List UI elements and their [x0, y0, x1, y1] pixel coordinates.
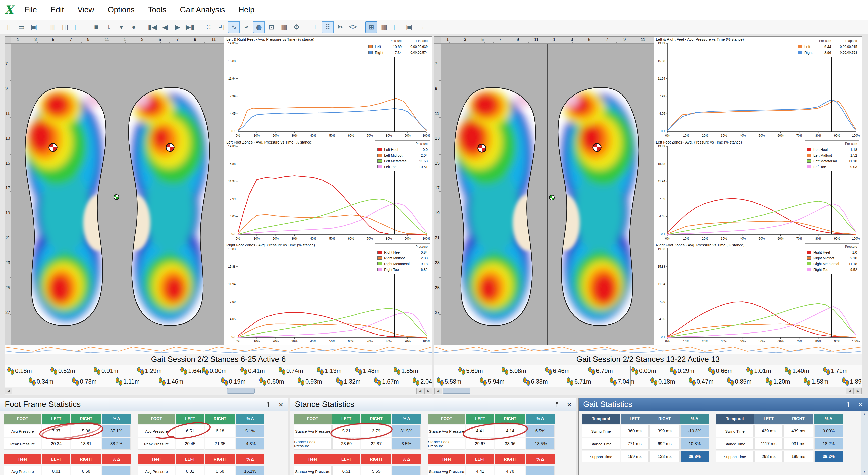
- pin-icon[interactable]: [265, 401, 272, 408]
- scroll-down-arrow[interactable]: ▼: [862, 468, 868, 475]
- scroll-left-button[interactable]: ◀: [5, 388, 12, 394]
- stance-thumbnail[interactable]: 1.48m: [354, 366, 380, 376]
- scroll-thumb[interactable]: [227, 388, 255, 393]
- stop-record-icon[interactable]: ■: [90, 21, 102, 33]
- previous-frame-icon[interactable]: ◀: [159, 21, 171, 33]
- save-file-icon[interactable]: ▣: [28, 21, 40, 33]
- copy-view-icon[interactable]: ⊡: [266, 21, 278, 33]
- export-icon[interactable]: →: [416, 21, 428, 33]
- stance-thumbnail[interactable]: 1.71m: [823, 366, 848, 376]
- pressure-heatmap[interactable]: 13579111357911 79111315171921232527: [5, 37, 224, 345]
- data-table-icon[interactable]: ▦: [378, 21, 390, 33]
- stance-thumbnail[interactable]: 1.85m: [393, 366, 418, 376]
- movie-capture-icon[interactable]: ▦: [46, 21, 59, 33]
- stance-thumbnail[interactable]: 0.18m: [7, 366, 32, 376]
- stance-thumbnail[interactable]: 5.69m: [458, 366, 483, 376]
- close-icon[interactable]: ×: [567, 400, 571, 409]
- print-icon[interactable]: ▣: [403, 21, 415, 33]
- gait-stats-scrollbar[interactable]: ▲ ▼: [861, 411, 868, 475]
- stance-thumbnail[interactable]: 5.58m: [436, 377, 461, 386]
- stance-thumbnail[interactable]: 0.60m: [259, 377, 284, 386]
- stance-thumbnail[interactable]: 1.89m: [842, 377, 862, 386]
- last-frame-icon[interactable]: ▶▮: [184, 21, 196, 33]
- stance-thumbnail[interactable]: 0.29m: [669, 366, 694, 376]
- stance-thumbnail[interactable]: 6.71m: [566, 377, 591, 386]
- stance-thumbnail[interactable]: 1.67m: [374, 377, 399, 386]
- save-recording-icon[interactable]: ↓: [103, 21, 115, 33]
- stance-thumbnail[interactable]: 0.19m: [220, 377, 246, 386]
- stance-thumbnail[interactable]: 1.11m: [115, 377, 140, 386]
- stance-thumbnail[interactable]: 1.40m: [784, 366, 809, 376]
- stance-thumbnail[interactable]: 1.13m: [316, 366, 342, 376]
- foot-pressure-map[interactable]: [448, 84, 538, 330]
- chart-panel[interactable]: Left & Right Feet - Avg. Pressure vs Tim…: [654, 37, 862, 140]
- open-file-icon[interactable]: ▭: [15, 21, 27, 33]
- play-icon[interactable]: ▶: [172, 21, 184, 33]
- menu-item-help[interactable]: Help: [231, 0, 261, 20]
- pin-icon[interactable]: [845, 401, 852, 408]
- stance-thumbnail[interactable]: 5.94m: [479, 377, 504, 386]
- menu-item-edit[interactable]: Edit: [44, 0, 70, 20]
- globe-view-icon[interactable]: ◍: [253, 21, 265, 33]
- scroll-up-arrow[interactable]: ▲: [862, 411, 868, 417]
- stance-thumbnail[interactable]: 0.85m: [726, 377, 752, 386]
- chart-panel[interactable]: Right Foot Zones - Avg. Pressure vs Time…: [224, 242, 433, 345]
- frame-view-icon[interactable]: ◰: [215, 21, 227, 33]
- code-view-icon[interactable]: <>: [347, 21, 359, 33]
- movie-window-icon[interactable]: ◫: [59, 21, 71, 33]
- close-icon[interactable]: ×: [858, 400, 863, 409]
- thumbnail-scrollbar[interactable]: ◀◀▶: [5, 387, 432, 394]
- menu-item-gait-analysis[interactable]: Gait Analysis: [173, 0, 231, 20]
- menu-item-file[interactable]: File: [18, 0, 44, 20]
- stance-thumbnail[interactable]: 0.91m: [93, 366, 118, 376]
- stance-thumbnail[interactable]: 6.79m: [588, 366, 613, 376]
- screen-view-icon[interactable]: ▥: [278, 21, 290, 33]
- scroll-thumb[interactable]: [443, 388, 470, 393]
- stance-thumbnail[interactable]: 0.74m: [278, 366, 303, 376]
- film-strip-icon[interactable]: ▤: [71, 21, 84, 33]
- stance-thumbnail[interactable]: 1.20m: [765, 377, 790, 386]
- stance-thumbnail[interactable]: 6.33m: [523, 377, 548, 386]
- stance-thumbnail[interactable]: 1.01m: [746, 366, 771, 376]
- record-icon[interactable]: ●: [128, 21, 140, 33]
- waveform-view-icon[interactable]: ∿: [228, 21, 240, 33]
- scroll-right-button[interactable]: ▶: [854, 388, 862, 394]
- scroll-right-button[interactable]: ▶: [425, 388, 432, 394]
- heatmap-canvas[interactable]: [441, 44, 653, 345]
- stance-thumbnail[interactable]: 0.52m: [50, 366, 75, 376]
- foot-pressure-map[interactable]: [555, 84, 646, 330]
- scroll-page-left-button[interactable]: ◀: [846, 388, 854, 394]
- menu-item-tools[interactable]: Tools: [142, 0, 173, 20]
- multi-waveform-view-icon[interactable]: ≈: [240, 21, 252, 33]
- stance-thumbnail[interactable]: 6.46m: [545, 366, 569, 376]
- heatmap-canvas[interactable]: [11, 44, 224, 345]
- stance-thumbnail[interactable]: 1.29m: [136, 366, 162, 376]
- chart-panel[interactable]: Left Foot Zones - Avg. Pressure vs Time …: [654, 140, 862, 242]
- stance-thumbnail[interactable]: 0.41m: [240, 366, 265, 376]
- foot-pressure-map[interactable]: [18, 84, 109, 330]
- stance-thumbnail[interactable]: 0.00m: [202, 366, 226, 376]
- stance-thumbnail[interactable]: 0.73m: [71, 377, 97, 386]
- menu-item-options[interactable]: Options: [101, 0, 142, 20]
- dots-view-icon[interactable]: ∷: [203, 21, 215, 33]
- stance-thumbnail[interactable]: 0.47m: [688, 377, 714, 386]
- print-preview-icon[interactable]: ▤: [391, 21, 403, 33]
- pressure-heatmap[interactable]: 13579111357911 79111315171921232527: [434, 37, 654, 345]
- stance-thumbnail[interactable]: 6.08m: [501, 366, 526, 376]
- first-frame-icon[interactable]: ▮◀: [147, 21, 158, 33]
- chart-panel[interactable]: Left Foot Zones - Avg. Pressure vs Time …: [224, 140, 433, 242]
- cursor-tool-icon[interactable]: +: [309, 21, 321, 33]
- display-settings-icon[interactable]: ⚙: [290, 21, 303, 33]
- chart-panel[interactable]: Left & Right Feet - Avg. Pressure vs Tim…: [224, 37, 433, 140]
- stance-thumbnail[interactable]: 0.93m: [297, 377, 322, 386]
- chart-panel[interactable]: Right Foot Zones - Avg. Pressure vs Time…: [654, 242, 862, 345]
- record-dropdown-icon[interactable]: ▾: [115, 21, 127, 33]
- stance-thumbnail[interactable]: 0.66m: [708, 366, 733, 376]
- pin-icon[interactable]: [554, 401, 560, 408]
- overlay-windows-icon[interactable]: ⊞: [366, 21, 377, 33]
- stance-thumbnail[interactable]: 1.46m: [158, 377, 183, 386]
- scroll-page-left-button[interactable]: ◀: [416, 388, 424, 394]
- foot-pressure-map[interactable]: [126, 84, 216, 330]
- close-icon[interactable]: ×: [278, 400, 283, 409]
- stance-thumbnail[interactable]: 0.18m: [650, 377, 675, 386]
